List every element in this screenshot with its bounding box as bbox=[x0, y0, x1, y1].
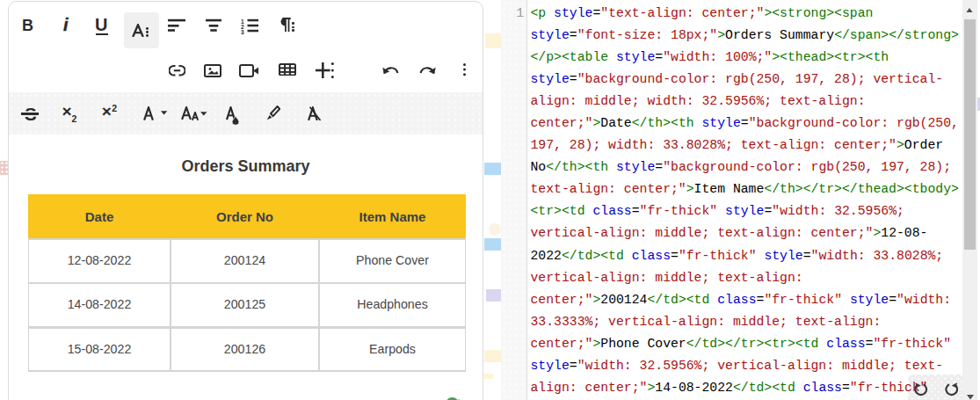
svg-text:3: 3 bbox=[241, 29, 244, 35]
